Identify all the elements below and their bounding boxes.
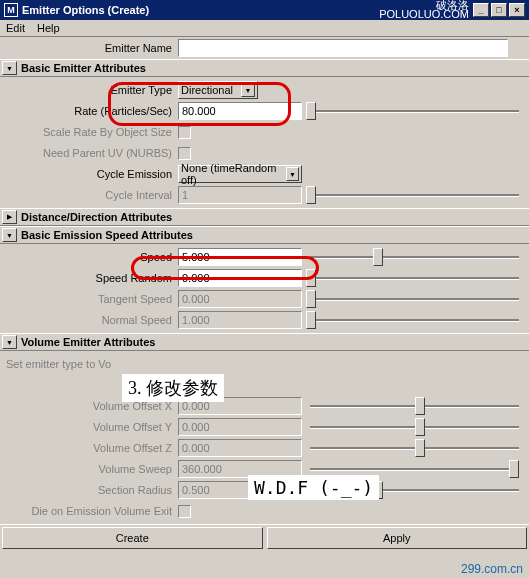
scale-rate-label: Scale Rate By Object Size: [0, 126, 178, 138]
volume-offset-y-input: 0.000: [178, 418, 302, 436]
tangent-speed-input: 0.000: [178, 290, 302, 308]
annotation-step: 3. 修改参数: [122, 374, 224, 402]
emitter-type-select[interactable]: Directional ▼: [178, 81, 258, 99]
chevron-down-icon: ▼: [286, 167, 299, 181]
collapse-icon: ▼: [2, 61, 17, 75]
cycle-emission-select[interactable]: None (timeRandom off) ▼: [178, 165, 302, 183]
menu-bar: Edit Help: [0, 20, 529, 37]
die-on-exit-checkbox: [178, 505, 191, 518]
need-parent-uv-checkbox: [178, 147, 191, 160]
rate-label: Rate (Particles/Sec): [0, 105, 178, 117]
volume-offset-x-slider: [310, 405, 519, 408]
cycle-interval-input: 1: [178, 186, 302, 204]
volume-offset-z-input: 0.000: [178, 439, 302, 457]
section-radius-label: Section Radius: [0, 484, 178, 496]
speed-random-input[interactable]: 0.000: [178, 269, 302, 287]
volume-hint: Set emitter type to Vo: [0, 358, 117, 370]
volume-offset-y-slider: [310, 426, 519, 429]
emitter-name-input[interactable]: [178, 39, 508, 57]
annotation-signature: W.D.F (-_-): [248, 475, 379, 500]
window-title: Emitter Options (Create): [22, 4, 149, 16]
emitter-type-label: Emitter Type: [0, 84, 178, 96]
need-parent-uv-label: Need Parent UV (NURBS): [0, 147, 178, 159]
volume-offset-z-slider: [310, 447, 519, 450]
speed-random-slider[interactable]: [310, 277, 519, 280]
rate-input[interactable]: 80.000: [178, 102, 302, 120]
section-distance-direction[interactable]: ▶ Distance/Direction Attributes: [0, 208, 529, 226]
cycle-interval-label: Cycle Interval: [0, 189, 178, 201]
apply-button[interactable]: Apply: [267, 527, 528, 549]
die-on-exit-label: Die on Emission Volume Exit: [0, 505, 178, 517]
chevron-down-icon: ▼: [241, 83, 255, 97]
maximize-button[interactable]: □: [491, 3, 507, 17]
section-basic-emitter[interactable]: ▼ Basic Emitter Attributes: [0, 59, 529, 77]
volume-offset-y-label: Volume Offset Y: [0, 421, 178, 433]
app-icon: M: [4, 3, 18, 17]
menu-help[interactable]: Help: [37, 22, 60, 34]
minimize-button[interactable]: _: [473, 3, 489, 17]
footer-watermark: 299.com.cn: [461, 562, 523, 576]
close-button[interactable]: ×: [509, 3, 525, 17]
title-bar: M Emitter Options (Create) 破洛洛 POLUOLUO.…: [0, 0, 529, 20]
speed-input[interactable]: 5.000: [178, 248, 302, 266]
create-button[interactable]: Create: [2, 527, 263, 549]
section-volume-emitter[interactable]: ▼ Volume Emitter Attributes: [0, 333, 529, 351]
volume-offset-z-label: Volume Offset Z: [0, 442, 178, 454]
speed-slider[interactable]: [310, 256, 519, 259]
speed-random-label: Speed Random: [0, 272, 178, 284]
scale-rate-checkbox: [178, 126, 191, 139]
section-emission-speed[interactable]: ▼ Basic Emission Speed Attributes: [0, 226, 529, 244]
rate-slider[interactable]: [310, 110, 519, 113]
collapse-icon: ▼: [2, 228, 17, 242]
cycle-emission-label: Cycle Emission: [0, 168, 178, 180]
emitter-name-label: Emitter Name: [0, 42, 178, 54]
cycle-interval-slider: [310, 194, 519, 197]
normal-speed-label: Normal Speed: [0, 314, 178, 326]
collapse-icon: ▼: [2, 335, 17, 349]
tangent-speed-slider: [310, 298, 519, 301]
normal-speed-slider: [310, 319, 519, 322]
volume-sweep-slider: [310, 468, 519, 471]
menu-edit[interactable]: Edit: [6, 22, 25, 34]
watermark: 破洛洛 POLUOLUO.COM: [379, 1, 469, 19]
volume-sweep-label: Volume Sweep: [0, 463, 178, 475]
tangent-speed-label: Tangent Speed: [0, 293, 178, 305]
normal-speed-input: 1.000: [178, 311, 302, 329]
speed-label: Speed: [0, 251, 178, 263]
expand-icon: ▶: [2, 210, 17, 224]
